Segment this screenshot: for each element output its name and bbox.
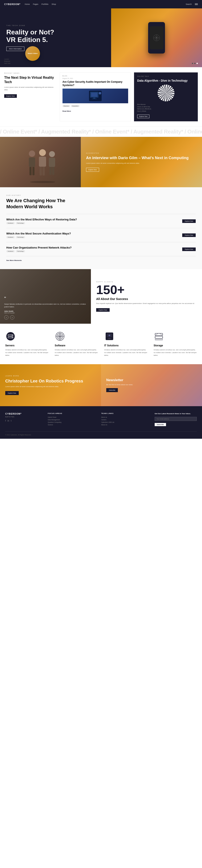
linkedin-icon[interactable]: in bbox=[7, 420, 9, 422]
svg-point-22 bbox=[30, 181, 55, 183]
software-icon bbox=[55, 331, 65, 342]
footer-col-1-links: Hybrid Cloud Data Management Quantum Com… bbox=[48, 416, 97, 426]
svg-rect-41 bbox=[155, 339, 163, 340]
svg-rect-15 bbox=[39, 157, 46, 167]
cta-description: Lorem ipsum dolor sit amet consectetur a… bbox=[5, 385, 96, 388]
service-software: Software Ornatus alorem erroribus lus. s… bbox=[54, 331, 99, 356]
quote-prev-button[interactable]: ‹ bbox=[4, 315, 8, 319]
svg-rect-40 bbox=[155, 336, 163, 338]
hero-carousel-dots bbox=[192, 63, 198, 64]
nav-pages[interactable]: Pages bbox=[33, 3, 38, 5]
history-item-1-explore-button[interactable]: Explore Now bbox=[182, 219, 196, 223]
blog-read-more-link[interactable]: Read More bbox=[62, 110, 71, 112]
hero-cta-button[interactable]: More Information bbox=[6, 46, 24, 51]
footer-link-quantum-computing[interactable]: Quantum Computing bbox=[48, 422, 97, 423]
svg-point-14 bbox=[39, 149, 46, 156]
see-more-link[interactable]: See More Moments bbox=[6, 259, 22, 261]
svg-rect-6 bbox=[91, 93, 97, 97]
server-svg-icon bbox=[6, 332, 15, 341]
footer-link-careers[interactable]: Careers bbox=[101, 419, 150, 421]
chip-technology-2[interactable]: Technology bbox=[16, 236, 25, 238]
cta-left: LEARN MORE Christopher Lee On Robotics P… bbox=[0, 364, 101, 406]
svg-point-18 bbox=[49, 151, 55, 157]
blog-chip-acquisition[interactable]: Acquisition bbox=[71, 105, 79, 107]
hero-dot-2[interactable] bbox=[194, 63, 196, 64]
cta-tag: LEARN MORE bbox=[5, 375, 96, 377]
phone-graphic-icon bbox=[152, 34, 161, 42]
service-it-title: IT Solutions bbox=[104, 344, 147, 347]
it-solutions-svg-icon bbox=[105, 332, 114, 341]
location-1: London bbox=[4, 58, 10, 60]
services-grid: Servers Ornatus alorem erroribus lus. se… bbox=[4, 331, 198, 356]
history-item-3-explore-button[interactable]: Explore Now bbox=[182, 247, 196, 251]
services-section: Servers Ornatus alorem erroribus lus. se… bbox=[0, 324, 202, 364]
software-svg-icon bbox=[55, 332, 65, 341]
hero-dot-3[interactable] bbox=[197, 63, 198, 64]
history-item-1: Which Are the Most Effective Ways of Res… bbox=[6, 214, 196, 228]
service-software-title: Software bbox=[55, 344, 98, 347]
history-item-2-explore-button[interactable]: Explore Now bbox=[182, 234, 196, 237]
blog-chip-business[interactable]: Business bbox=[62, 105, 70, 107]
quote-role: CEO & Founder bbox=[4, 312, 87, 314]
hero-dot-1[interactable] bbox=[192, 63, 193, 64]
stats-explore-button[interactable]: Explore Now bbox=[96, 308, 110, 312]
footer-link-about-us[interactable]: About us bbox=[101, 416, 150, 418]
nav-portfolio[interactable]: Portfolio bbox=[42, 3, 48, 5]
svg-rect-11 bbox=[29, 157, 35, 167]
history-item-1-tags: Hardware Technology bbox=[6, 222, 182, 224]
facebook-icon[interactable]: f bbox=[5, 420, 6, 422]
chip-hardware-2[interactable]: Hardware bbox=[6, 236, 15, 238]
footer-link-data-management[interactable]: Data Management bbox=[48, 419, 97, 421]
testimonial-block: " Saepe fabulas omittuntur in periculis … bbox=[0, 269, 91, 324]
nav-home[interactable]: Home bbox=[25, 3, 30, 5]
hero-tag: THE TECH ZONE bbox=[6, 25, 105, 26]
blog-date: August 20, 2021 bbox=[62, 78, 128, 79]
testimonial-stats-section: " Saepe fabulas omittuntur in periculis … bbox=[0, 269, 202, 324]
recent-news-title: The Next Step In Virtual Reality Tech bbox=[4, 75, 57, 84]
featured-title: An interview with Dario Gilm – What's Ne… bbox=[86, 156, 197, 160]
chip-technology-1[interactable]: Technology bbox=[16, 222, 25, 224]
cta-title: Christopher Lee On Robotics Progress bbox=[5, 378, 96, 384]
cta-banner-section: LEARN MORE Christopher Lee On Robotics P… bbox=[0, 364, 202, 406]
cta-explore-button[interactable]: Explore Now bbox=[5, 391, 19, 395]
nav-shop[interactable]: Shop bbox=[52, 3, 56, 5]
watch-video-label: Watch Video bbox=[28, 53, 38, 55]
hamburger-menu[interactable] bbox=[195, 3, 198, 5]
footer-link-science[interactable]: Science bbox=[48, 424, 97, 426]
footer-email-input[interactable] bbox=[155, 417, 197, 421]
location-2: Belgrade bbox=[4, 60, 10, 62]
history-tag: OUR HISTORY bbox=[6, 194, 196, 196]
hero-title: Reality or Not?VR Edition 5. bbox=[6, 29, 105, 43]
newsletter-subscribe-button[interactable]: Subscribe bbox=[106, 388, 118, 392]
chip-hardware-1[interactable]: Hardware bbox=[6, 222, 15, 224]
footer-logo: CYBERDOM* bbox=[5, 412, 44, 415]
recent-news-explore-button[interactable]: Explore Now bbox=[4, 94, 17, 98]
navbar-right: Search bbox=[185, 3, 198, 5]
history-item-2-tags: Hardware Technology bbox=[6, 236, 182, 238]
featured-cta-button[interactable]: Explore Now bbox=[86, 168, 99, 172]
blog-computer-icon bbox=[89, 91, 102, 101]
svg-rect-13 bbox=[32, 167, 34, 175]
footer-subscribe-button[interactable]: Subscribe bbox=[155, 423, 166, 426]
search-icon[interactable]: Search bbox=[185, 3, 192, 5]
featured-description: Lorem ipsum dolor sit amet consectetur a… bbox=[86, 162, 197, 164]
footer-focus-areas: FOCUS AREAS Hybrid Cloud Data Management… bbox=[48, 412, 97, 426]
quote-text: Saepe fabulas omittuntur in periculis vi… bbox=[4, 303, 87, 308]
history-item-1-title: Which Are the Most Effective Ways of Res… bbox=[6, 218, 182, 221]
quote-next-button[interactable]: › bbox=[10, 315, 14, 319]
watch-video-button[interactable]: Watch Video bbox=[25, 46, 40, 61]
svg-rect-20 bbox=[49, 167, 52, 175]
recent-news-tag: RECENT NEWS bbox=[4, 72, 57, 74]
history-items-list: Which Are the Most Effective Ways of Res… bbox=[6, 214, 196, 256]
footer-link-about-us-2[interactable]: About Us bbox=[101, 424, 150, 426]
svg-point-23 bbox=[6, 332, 15, 340]
chip-hardware-3[interactable]: Hardware bbox=[6, 250, 15, 252]
twitter-icon[interactable]: t bbox=[11, 420, 11, 422]
footer-social: f in t bbox=[5, 420, 44, 422]
online-talk-explore-button[interactable]: Explore Now bbox=[137, 115, 149, 118]
stats-label: All About Our Success bbox=[96, 297, 197, 301]
footer-link-hybrid-cloud[interactable]: Hybrid Cloud bbox=[48, 416, 97, 418]
chip-technology-3[interactable]: Technology bbox=[16, 250, 25, 252]
footer-link-cyberdom[interactable]: Cyberdom 1000 Ltd. bbox=[101, 422, 150, 423]
history-item-3: How Can Organizations Prevent Network At… bbox=[6, 242, 196, 256]
